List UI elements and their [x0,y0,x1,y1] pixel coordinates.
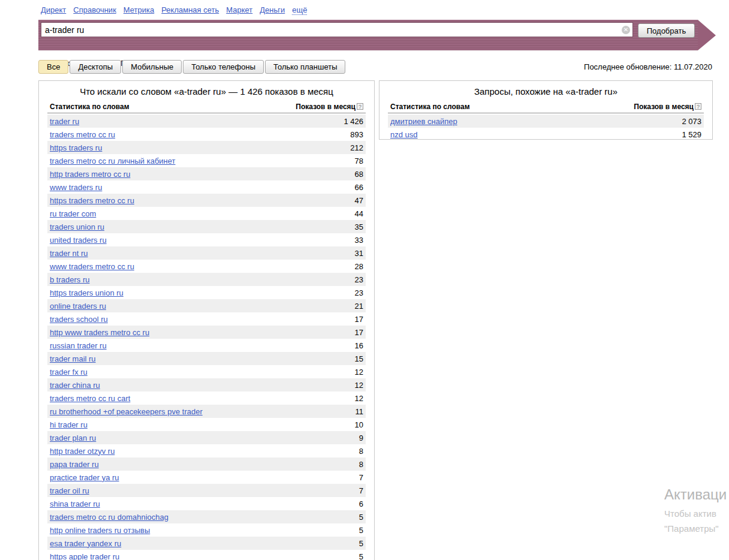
keyword-link[interactable]: traders metro cc ru личный кабинет [50,156,176,165]
impressions-value: 5 [359,513,363,522]
keyword-link[interactable]: trader nt ru [50,249,88,258]
nav-link[interactable]: Рекламная сеть [161,5,219,14]
search-bar: ✕ Подобрать По словам По регионам Истори… [38,20,698,50]
table-row: papa trader ru 8 [47,457,366,471]
search-field-wrap: ✕ [41,22,633,37]
nav-link[interactable]: Деньги [260,5,285,14]
impressions-value: 66 [355,183,363,192]
impressions-value: 23 [355,288,363,297]
keyword-link[interactable]: trader mail ru [50,354,96,363]
keywords-panel-title: Что искали со словом «a-trader ru» — 1 4… [39,81,374,97]
impressions-value: 35 [355,222,363,231]
table-row: ru brotherhood +of peacekeepers pve trad… [47,405,366,418]
keyword-link[interactable]: trader oil ru [50,486,89,495]
search-input[interactable] [41,22,633,37]
nav-link[interactable]: Метрика [123,5,154,14]
nav-link[interactable]: Директ [41,5,66,14]
keywords-table-rows: trader ru 1 426 traders metro cc ru 893 … [47,115,366,560]
impressions-value: 31 [355,249,363,258]
search-bar-arrow [698,20,716,50]
table-row: https traders union ru 23 [47,286,366,299]
impressions-value: 6 [359,499,363,508]
keyword-link[interactable]: trader fx ru [50,368,88,377]
impressions-value: 5 [359,552,363,560]
device-tab[interactable]: Мобильные [122,60,182,74]
impressions-value: 78 [355,156,363,165]
table-row: traders metro cc ru cart 12 [47,392,366,405]
similar-table-rows: дмитриев снайпер 2 073 nzd usd 1 529 [388,115,704,141]
keyword-link[interactable]: дмитриев снайпер [390,117,457,126]
keyword-link[interactable]: papa trader ru [50,460,99,469]
keyword-link[interactable]: ru brotherhood +of peacekeepers pve trad… [50,407,203,416]
table-row: https traders metro cc ru 47 [47,194,366,207]
submit-button[interactable]: Подобрать [638,23,695,38]
keyword-link[interactable]: united traders ru [50,236,107,245]
keyword-link[interactable]: traders school ru [50,315,108,324]
help-icon[interactable]: ? [695,103,701,110]
keyword-link[interactable]: trader ru [50,117,79,126]
keyword-link[interactable]: trader plan ru [50,433,96,442]
keyword-link[interactable]: https traders metro cc ru [50,196,134,205]
impressions-value: 68 [355,170,363,179]
impressions-value: 5 [359,539,363,548]
keyword-link[interactable]: http traders metro cc ru [50,170,130,179]
nav-link[interactable]: Справочник [73,5,116,14]
table-row: traders metro cc ru личный кабинет 78 [47,154,366,167]
nav-link[interactable]: Маркет [226,5,252,14]
keyword-link[interactable]: http www traders metro cc ru [50,328,149,337]
keyword-link[interactable]: practice trader ya ru [50,473,119,482]
impressions-value: 16 [355,341,363,350]
table-row: traders metro cc ru domahniochag 5 [47,510,366,523]
impressions-value: 12 [355,394,363,403]
keyword-link[interactable]: https traders ru [50,143,102,152]
clear-icon[interactable]: ✕ [622,26,630,34]
impressions-value: 10 [355,420,363,429]
keyword-link[interactable]: www traders metro cc ru [50,262,134,271]
impressions-value: 47 [355,196,363,205]
table-row: traders metro cc ru 893 [47,128,366,141]
col-words-header: Статистика по словам [50,103,129,111]
keyword-link[interactable]: http trader otzyv ru [50,447,115,456]
device-tab[interactable]: Все [38,60,68,74]
keyword-link[interactable]: trader china ru [50,381,100,390]
table-row: united traders ru 33 [47,233,366,246]
device-tab[interactable]: Только планшеты [265,60,345,74]
help-icon[interactable]: ? [357,103,363,110]
watermark-title: Активаци [664,486,727,503]
col-words-header: Статистика по словам [390,103,470,111]
keywords-table-header: Статистика по словам Показов в месяц? [47,103,366,113]
keyword-link[interactable]: http online traders ru отзывы [50,526,150,535]
impressions-value: 1 426 [344,117,363,126]
impressions-value: 33 [355,236,363,245]
impressions-value: 17 [355,315,363,324]
keyword-link[interactable]: traders metro cc ru cart [50,394,130,403]
impressions-value: 44 [355,209,363,218]
keyword-link[interactable]: russian trader ru [50,341,107,350]
impressions-value: 28 [355,262,363,271]
keyword-link[interactable]: nzd usd [390,130,418,139]
keyword-link[interactable]: https traders union ru [50,288,123,297]
keyword-link[interactable]: traders metro cc ru [50,130,115,139]
similar-table-header: Статистика по словам Показов в месяц? [388,103,704,113]
impressions-value: 9 [359,433,363,442]
keyword-link[interactable]: traders union ru [50,222,104,231]
keyword-link[interactable]: online traders ru [50,302,106,311]
table-row: trader oil ru 7 [47,484,366,497]
keyword-link[interactable]: hi trader ru [50,420,88,429]
keyword-link[interactable]: esa trader yandex ru [50,539,121,548]
device-tab[interactable]: Десктопы [70,60,121,74]
keyword-link[interactable]: www traders ru [50,183,102,192]
table-row: trader fx ru 12 [47,365,366,378]
table-row: russian trader ru 16 [47,339,366,352]
keyword-link[interactable]: https apple trader ru [50,552,119,560]
table-row: traders school ru 17 [47,312,366,326]
device-tab[interactable]: Только телефоны [183,60,264,74]
keyword-link[interactable]: shina trader ru [50,499,100,508]
keyword-link[interactable]: ru trader com [50,209,96,218]
impressions-value: 8 [359,460,363,469]
nav-more-link[interactable]: ещё [292,5,307,15]
keyword-link[interactable]: traders metro cc ru domahniochag [50,513,168,522]
table-row: trader china ru 12 [47,378,366,392]
keyword-link[interactable]: b traders ru [50,275,89,284]
table-row: https apple trader ru 5 [47,550,366,560]
